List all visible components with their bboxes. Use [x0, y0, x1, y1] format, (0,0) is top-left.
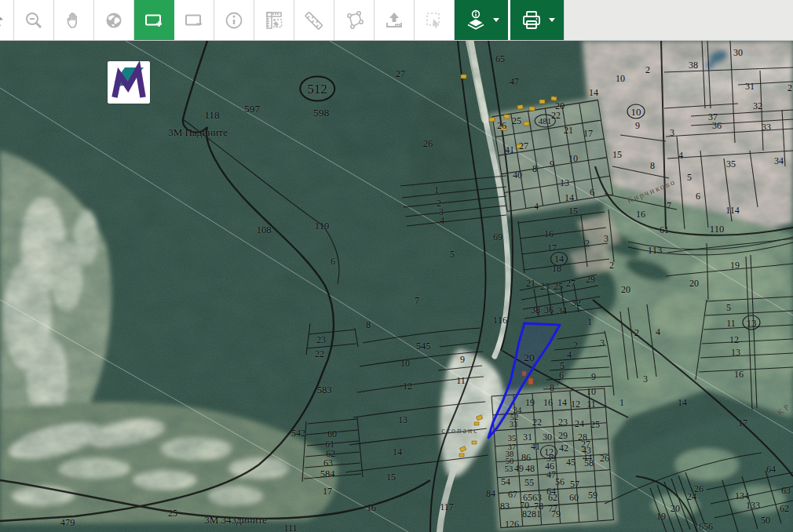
diagonal-ruler-icon [304, 10, 324, 31]
measure-tools-button[interactable] [254, 0, 294, 40]
rectangle-plus-icon [144, 10, 164, 31]
toolbar-filler [564, 0, 793, 40]
magnifier-minus-icon [24, 10, 44, 31]
pan-button[interactable] [54, 0, 94, 40]
map-toolbar [0, 0, 793, 41]
chevron-down-icon [549, 18, 555, 22]
printer-icon [520, 9, 543, 32]
edge-partial-pointer-icon [0, 0, 14, 40]
zoom-out-button[interactable] [14, 0, 54, 40]
identify-button[interactable] [214, 0, 254, 40]
upload-tray-icon [384, 10, 404, 31]
polygon-nodes-icon [344, 10, 364, 31]
layers-menu-button[interactable] [455, 0, 508, 40]
info-circle-icon [224, 10, 244, 31]
measure-area-button[interactable] [334, 0, 375, 40]
logo-m-icon [108, 61, 150, 104]
rectangle-minus-icon [184, 10, 204, 31]
hand-icon [64, 10, 84, 31]
zoom-out-by-rectangle-button[interactable] [174, 0, 214, 40]
print-menu-button[interactable] [508, 0, 564, 40]
layers-info-icon [464, 9, 488, 32]
app-logo [108, 61, 150, 104]
full-extent-button[interactable] [94, 0, 134, 40]
chevron-down-icon [493, 18, 499, 22]
map-viewport[interactable]: 5125985971183М Падините27261191086123457… [0, 41, 793, 532]
map-artwork [0, 41, 793, 532]
ruler-select-icon [264, 10, 284, 31]
globe-icon [104, 10, 124, 31]
zoom-in-by-rectangle-button[interactable] [134, 0, 174, 40]
select-by-rectangle-button[interactable] [415, 0, 455, 40]
measure-distance-button[interactable] [294, 0, 334, 40]
import-upload-button[interactable] [375, 0, 415, 40]
gis-app-window: 5125985971183М Падините27261191086123457… [0, 0, 793, 532]
dashed-rect-cursor-icon [424, 10, 444, 31]
